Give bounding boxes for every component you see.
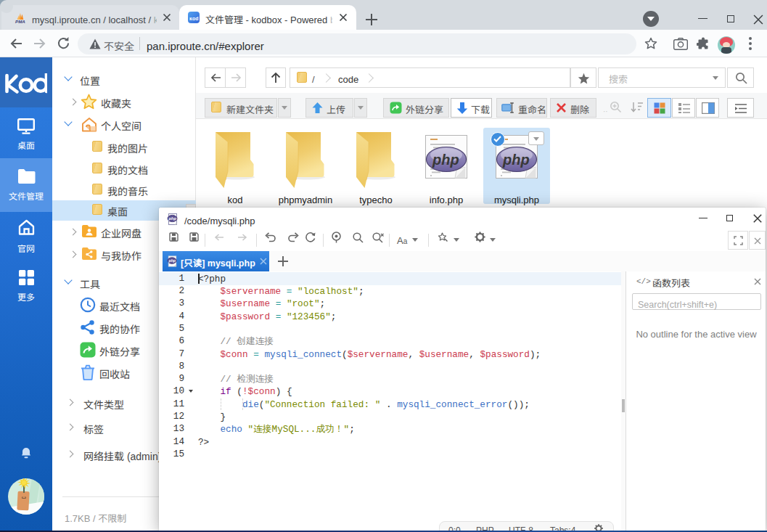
svg-text:php: php [168, 258, 176, 263]
svg-text:php: php [432, 152, 459, 168]
svg-text:php: php [502, 152, 530, 168]
svg-text:PMA: PMA [15, 19, 25, 24]
svg-text:php: php [168, 216, 177, 221]
